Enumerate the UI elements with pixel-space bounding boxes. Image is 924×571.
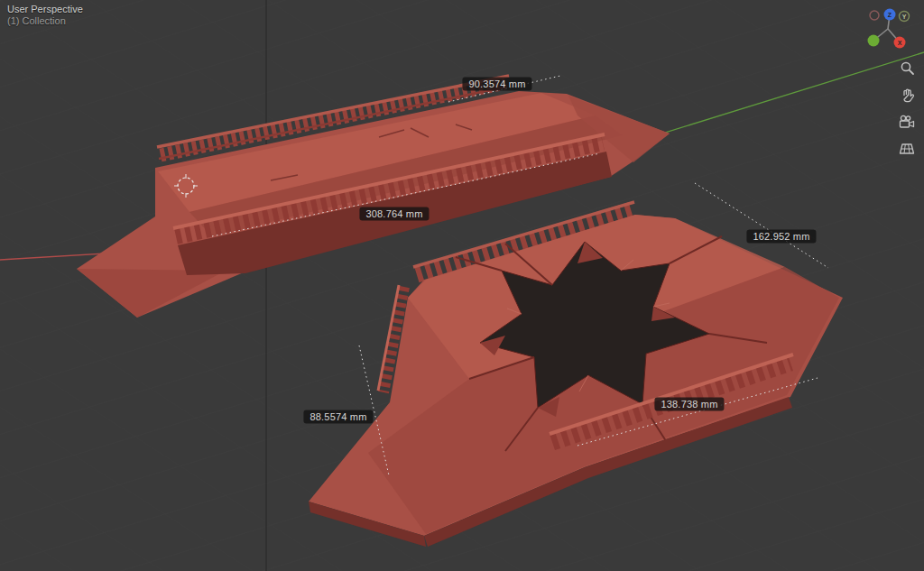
viewport-nav-buttons	[897, 58, 917, 159]
measurement-badge-top: 90.3574 mm	[462, 78, 531, 91]
measurement-badge-right: 162.952 mm	[746, 230, 816, 244]
gizmo-x-label: X	[898, 40, 902, 46]
zoom-button[interactable]	[897, 58, 917, 78]
measurement-badge-lower: 138.738 mm	[654, 398, 724, 411]
measurement-badge-main: 308.764 mm	[359, 207, 429, 221]
camera-view-button[interactable]	[897, 112, 917, 132]
pan-button[interactable]	[897, 85, 917, 105]
measurement-badge-left: 88.5574 mm	[303, 410, 373, 424]
gizmo-axis-neg-x[interactable]	[870, 11, 879, 20]
navigation-gizmo[interactable]: Y Z X	[861, 4, 919, 54]
toggle-orthographic-button[interactable]	[897, 139, 917, 159]
zoom-icon	[900, 60, 915, 76]
gizmo-z-label: Z	[888, 12, 892, 18]
pan-hand-icon	[900, 87, 915, 103]
blender-3d-viewport[interactable]: User Perspective (1) Collection 90.3574 …	[0, 0, 924, 571]
orthographic-grid-icon	[899, 142, 915, 156]
gizmo-axis-y[interactable]	[868, 35, 880, 47]
gizmo-y-label: Y	[902, 14, 907, 20]
camera-view-icon	[899, 115, 915, 129]
